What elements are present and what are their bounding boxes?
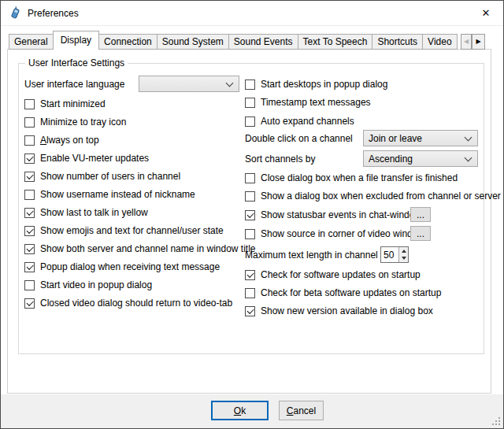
checkbox-box [24,208,35,218]
checkbox-statusbar-events[interactable]: Show statusbar events in chat-window [245,209,421,221]
checkbox-box [245,306,255,316]
tab-display[interactable]: Display [53,31,99,50]
tab-connection[interactable]: Connection [99,34,158,50]
title-bar[interactable]: Preferences ✕ [1,1,503,26]
checkbox-check-beta-updates[interactable]: Check for beta software updates on start… [245,287,441,299]
checkbox-box [24,172,35,182]
checkbox-box [24,244,35,254]
spin-down-button[interactable] [399,255,408,263]
ok-button[interactable]: Ok [211,401,269,420]
tab-text-to-speech[interactable]: Text To Speech [298,34,373,50]
checkbox-video-popup[interactable]: Start video in popup dialog [24,279,152,291]
tab-sound-events[interactable]: Sound Events [229,34,298,50]
checkbox-box [245,210,255,220]
checkbox-box [245,270,255,280]
tab-scroll-right-icon[interactable]: ▶ [472,34,485,50]
chevron-down-icon [465,154,472,162]
cancel-button[interactable]: Cancel [279,401,324,420]
checkbox-video-source-corner[interactable]: Show source in corner of video window [245,227,424,240]
spin-up-button[interactable] [399,247,408,255]
app-icon [9,6,22,20]
sort-channels-label: Sort channels by [245,153,315,165]
max-text-length-spinner [380,246,409,263]
checkbox-popup-text-message[interactable]: Popup dialog when receiving text message [24,261,220,273]
checkbox-start-minimized[interactable]: Start minimized [24,98,106,110]
checkbox-box [24,280,35,290]
checkbox-box [24,153,35,164]
checkbox-excluded-dialog[interactable]: Show a dialog box when excluded from cha… [245,190,501,202]
language-label: User interface language [24,78,124,91]
checkbox-box [24,226,35,236]
checkbox-last-to-talk[interactable]: Show last to talk in yellow [24,206,148,219]
checkbox-box [24,135,35,146]
language-combobox[interactable] [139,76,239,92]
checkbox-box [24,117,35,128]
double-click-label: Double click on a channel [245,132,353,145]
checkbox-minimize-to-tray[interactable]: Minimize to tray icon [24,116,126,128]
close-icon[interactable]: ✕ [478,6,494,21]
checkbox-box [245,229,255,239]
group-title: User Interface Settings [25,57,128,68]
tab-sound-system[interactable]: Sound System [158,34,229,50]
preferences-dialog: Preferences ✕ General Display Connection… [0,0,504,429]
max-text-length-label: Maximum text length in channel list [245,249,392,261]
double-click-combobox[interactable]: Join or leave [363,130,478,146]
checkbox-emojis-text-state[interactable]: Show emojis and text for channel/user st… [24,224,224,237]
arrow-up-icon [402,250,406,253]
window-title: Preferences [28,8,79,19]
checkbox-box [245,80,255,90]
checkbox-box [245,98,255,108]
checkbox-box [24,298,35,309]
checkbox-closed-video-return[interactable]: Closed video dialog should return to vid… [24,297,232,309]
max-text-length-input[interactable] [381,247,398,262]
statusbar-events-more-button[interactable]: ... [410,207,431,222]
checkbox-vu-meter-updates[interactable]: Enable VU-meter updates [24,152,149,165]
checkbox-box [245,173,255,183]
chevron-down-icon [226,80,234,87]
checkbox-auto-expand[interactable]: Auto expand channels [245,115,354,128]
tab-scroll-left-icon[interactable]: ◀ [461,34,472,50]
checkbox-new-version-dialog[interactable]: Show new version available in dialog box [245,305,433,317]
checkbox-box [24,262,35,272]
resize-grip[interactable] [492,417,501,426]
tab-general[interactable]: General [9,34,54,50]
checkbox-server-channel-title[interactable]: Show both server and channel name in win… [24,242,256,255]
checkbox-timestamp-messages[interactable]: Timestamp text messages [245,96,371,109]
checkbox-show-user-count[interactable]: Show number of users in channel [24,170,180,183]
checkbox-box [245,288,255,298]
checkbox-show-username[interactable]: Show username instead of nickname [24,188,195,201]
sort-channels-combobox[interactable]: Ascending [363,150,478,167]
checkbox-box [24,99,35,109]
chevron-down-icon [465,134,472,142]
checkbox-box [245,116,255,127]
tab-bar: General Display Connection Sound System … [9,31,461,50]
checkbox-always-on-top[interactable]: Always on top [24,134,99,146]
checkbox-desktops-popup[interactable]: Start desktops in popup dialog [245,78,387,91]
video-source-more-button[interactable]: ... [410,226,431,241]
checkbox-close-on-transfer[interactable]: Close dialog box when a file transfer is… [245,172,458,184]
checkbox-check-updates[interactable]: Check for software updates on startup [245,268,421,281]
tab-video[interactable]: Video [423,34,457,50]
checkbox-box [24,190,35,200]
tab-shortcuts[interactable]: Shortcuts [372,34,423,50]
arrow-down-icon [402,257,406,260]
checkbox-box [245,191,255,202]
